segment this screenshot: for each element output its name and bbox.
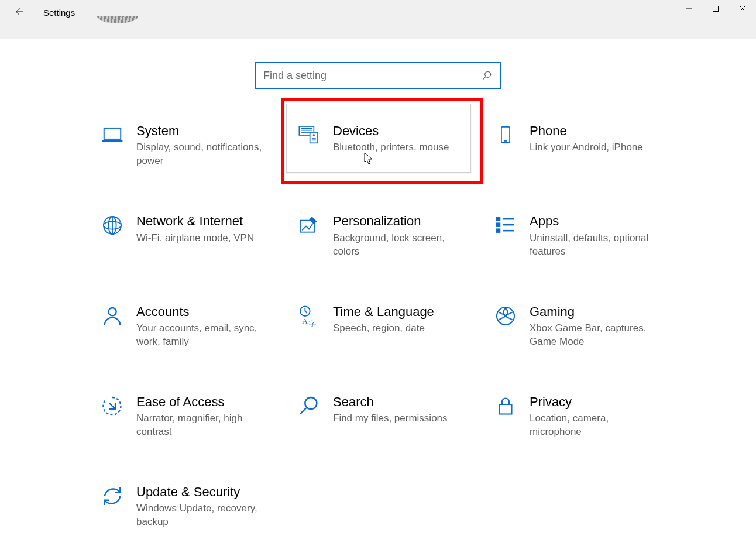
- search-box[interactable]: [255, 62, 501, 89]
- svg-point-11: [314, 135, 315, 136]
- update-security-icon: [100, 485, 125, 509]
- svg-line-3: [483, 77, 485, 80]
- accounts-icon: [100, 304, 125, 329]
- tile-subtitle: Xbox Game Bar, captures, Game Mode: [530, 322, 658, 349]
- tile-subtitle: Speech, region, date: [333, 322, 434, 335]
- tile-subtitle: Narrator, magnifier, high contrast: [136, 412, 265, 439]
- close-button[interactable]: [729, 0, 756, 18]
- tile-title: System: [136, 123, 265, 139]
- privacy-icon: [493, 394, 518, 419]
- tile-title: Accounts: [136, 304, 265, 320]
- tile-subtitle: Uninstall, defaults, optional features: [530, 232, 658, 259]
- tile-update-security[interactable]: Update & Security Windows Update, recove…: [98, 482, 294, 531]
- back-button[interactable]: [12, 5, 26, 19]
- tile-title: Apps: [530, 214, 658, 229]
- tile-time-language[interactable]: A 字 Time & Language Speech, region, date: [294, 302, 491, 351]
- svg-rect-14: [501, 127, 510, 143]
- network-icon: [100, 214, 125, 238]
- svg-rect-23: [497, 224, 500, 226]
- titlebar: Settings: [0, 0, 756, 39]
- tile-subtitle: Your accounts, email, sync, work, family: [136, 322, 265, 349]
- tile-gaming[interactable]: Gaming Xbox Game Bar, captures, Game Mod…: [491, 302, 688, 351]
- personalization-icon: [297, 214, 321, 238]
- tile-subtitle: Wi-Fi, airplane mode, VPN: [136, 232, 254, 245]
- content-area: System Display, sound, notifications, po…: [0, 39, 756, 531]
- svg-rect-1: [713, 6, 719, 12]
- svg-line-33: [300, 408, 306, 414]
- tile-title: Phone: [530, 123, 643, 139]
- tile-network[interactable]: Network & Internet Wi-Fi, airplane mode,…: [98, 211, 294, 260]
- system-icon: [100, 123, 125, 148]
- svg-text:字: 字: [309, 319, 316, 327]
- svg-point-2: [485, 71, 491, 77]
- tile-title: Search: [333, 394, 448, 410]
- svg-point-27: [108, 308, 116, 315]
- search-icon: [481, 70, 493, 81]
- tile-ease-of-access[interactable]: Ease of Access Narrator, magnifier, high…: [98, 392, 294, 441]
- tile-system[interactable]: System Display, sound, notifications, po…: [98, 121, 294, 170]
- apps-icon: [493, 214, 518, 238]
- tile-personalization[interactable]: Personalization Background, lock screen,…: [294, 211, 491, 260]
- tile-subtitle: Link your Android, iPhone: [530, 141, 643, 154]
- tile-title: Time & Language: [333, 304, 434, 320]
- phone-icon: [493, 123, 518, 148]
- svg-text:A: A: [302, 317, 308, 325]
- svg-rect-34: [500, 404, 512, 414]
- gaming-icon: [493, 304, 518, 329]
- tile-title: Privacy: [530, 394, 658, 410]
- tile-title: Devices: [333, 123, 449, 139]
- tile-accounts[interactable]: Accounts Your accounts, email, sync, wor…: [98, 302, 294, 351]
- settings-grid: System Display, sound, notifications, po…: [98, 121, 688, 531]
- svg-rect-4: [104, 128, 121, 139]
- search-category-icon: [297, 394, 321, 419]
- tile-title: Update & Security: [136, 485, 265, 500]
- tile-subtitle: Background, lock screen, colors: [333, 232, 462, 259]
- tile-search[interactable]: Search Find my files, permissions: [294, 392, 491, 441]
- svg-rect-25: [497, 229, 500, 232]
- svg-rect-10: [310, 132, 318, 143]
- tile-subtitle: Display, sound, notifications, power: [136, 141, 265, 168]
- tile-title: Ease of Access: [136, 394, 265, 410]
- tile-privacy[interactable]: Privacy Location, camera, microphone: [491, 392, 688, 441]
- devices-icon: [297, 123, 321, 148]
- tile-title: Personalization: [333, 214, 462, 229]
- tile-subtitle: Windows Update, recovery, backup: [136, 502, 265, 529]
- tile-subtitle: Bluetooth, printers, mouse: [333, 141, 449, 154]
- window-title: Settings: [43, 6, 75, 18]
- maximize-button[interactable]: [702, 0, 729, 18]
- tile-title: Network & Internet: [136, 214, 254, 229]
- tile-phone[interactable]: Phone Link your Android, iPhone: [491, 121, 688, 170]
- time-language-icon: A 字: [297, 304, 321, 329]
- svg-rect-21: [497, 218, 500, 221]
- search-input[interactable]: [263, 70, 481, 82]
- tile-subtitle: Find my files, permissions: [333, 412, 448, 425]
- tile-devices[interactable]: Devices Bluetooth, printers, mouse: [294, 121, 491, 170]
- svg-point-32: [305, 397, 317, 409]
- ease-of-access-icon: [100, 394, 125, 419]
- tile-apps[interactable]: Apps Uninstall, defaults, optional featu…: [491, 211, 688, 260]
- tile-title: Gaming: [530, 304, 658, 320]
- avatar-fragment: [97, 16, 138, 23]
- minimize-button[interactable]: [675, 0, 702, 18]
- tile-subtitle: Location, camera, microphone: [530, 412, 658, 439]
